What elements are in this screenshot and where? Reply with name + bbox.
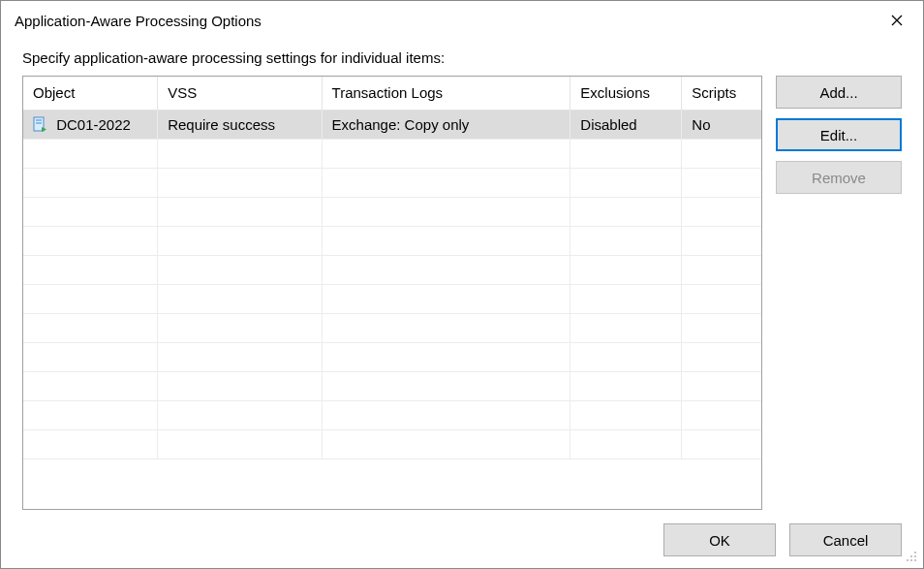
table-row-empty: . — [23, 313, 761, 342]
remove-button: Remove — [776, 161, 902, 194]
cancel-button[interactable]: Cancel — [789, 523, 902, 556]
svg-point-7 — [910, 555, 912, 557]
instruction-text: Specify application-aware processing set… — [22, 49, 902, 66]
col-header-object[interactable]: Object — [23, 77, 158, 110]
footer-buttons: OK Cancel — [22, 510, 902, 556]
resize-grip-icon[interactable] — [904, 549, 917, 562]
close-button[interactable] — [875, 2, 919, 39]
table-row-empty: . — [23, 342, 761, 371]
svg-point-8 — [914, 555, 916, 557]
items-table[interactable]: Object VSS Transaction Logs Exclusions S… — [23, 77, 761, 459]
add-button[interactable]: Add... — [776, 76, 902, 109]
table-row-empty: . — [23, 429, 761, 458]
side-button-panel: Add... Edit... Remove — [776, 76, 902, 510]
col-header-exclusions[interactable]: Exclusions — [570, 77, 682, 110]
window-title: Application-Aware Processing Options — [15, 13, 262, 29]
server-icon — [33, 116, 46, 132]
svg-rect-3 — [36, 119, 42, 121]
table-row-empty: . — [23, 226, 761, 255]
edit-button[interactable]: Edit... — [776, 118, 902, 151]
cell-scripts: No — [682, 110, 761, 139]
cell-object: DC01-2022 — [23, 110, 158, 139]
table-row-empty: . — [23, 139, 761, 168]
cell-vss: Require success — [158, 110, 322, 139]
ok-button[interactable]: OK — [663, 523, 776, 556]
dialog-content: Specify application-aware processing set… — [1, 40, 923, 568]
cell-exclusions: Disabled — [570, 110, 682, 139]
table-row-empty: . — [23, 197, 761, 226]
title-bar: Application-Aware Processing Options — [1, 1, 923, 40]
table-row[interactable]: DC01-2022 Require success Exchange: Copy… — [23, 110, 761, 139]
table-header-row: Object VSS Transaction Logs Exclusions S… — [23, 77, 761, 110]
table-row-empty: . — [23, 400, 761, 429]
svg-point-6 — [914, 552, 916, 553]
table-row-empty: . — [23, 371, 761, 400]
col-header-scripts[interactable]: Scripts — [682, 77, 761, 110]
table-row-empty: . — [23, 168, 761, 197]
svg-point-11 — [914, 559, 916, 561]
svg-rect-4 — [36, 122, 42, 124]
items-table-container: Object VSS Transaction Logs Exclusions S… — [22, 76, 762, 510]
svg-point-10 — [910, 559, 912, 561]
col-header-tlogs[interactable]: Transaction Logs — [322, 77, 570, 110]
close-icon — [891, 15, 903, 26]
svg-point-9 — [907, 559, 909, 561]
col-header-vss[interactable]: VSS — [158, 77, 322, 110]
table-row-empty: . — [23, 255, 761, 284]
table-row-empty: . — [23, 284, 761, 313]
cell-object-text: DC01-2022 — [56, 116, 131, 133]
cell-tlogs: Exchange: Copy only — [322, 110, 570, 139]
main-area: Object VSS Transaction Logs Exclusions S… — [22, 76, 902, 510]
